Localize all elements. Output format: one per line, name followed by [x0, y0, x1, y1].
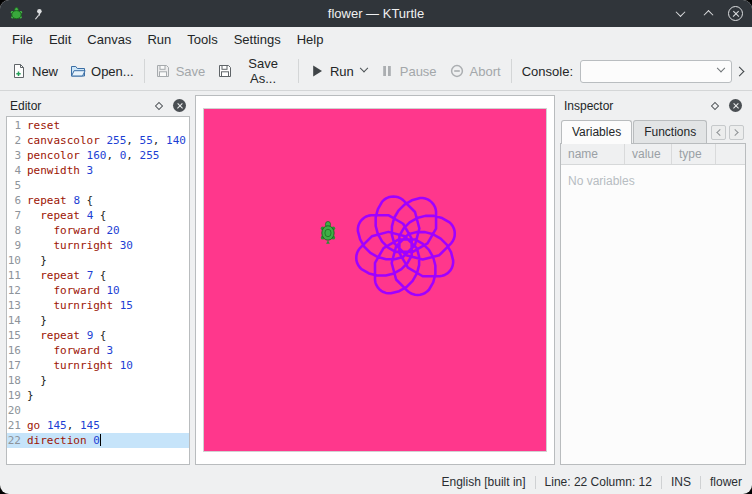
editor-line[interactable]: 6repeat 8 { — [7, 193, 189, 208]
open-button[interactable]: Open... — [64, 58, 140, 84]
tab-variables[interactable]: Variables — [561, 120, 632, 144]
status-separator — [661, 476, 662, 489]
new-button[interactable]: New — [5, 58, 64, 84]
inspector-panel-titlebar[interactable]: Inspector — [560, 95, 746, 116]
menu-tools[interactable]: Tools — [179, 29, 225, 50]
editor-line[interactable]: 8 forward 20 — [7, 223, 189, 238]
save-as-button[interactable]: Save As... — [211, 51, 294, 91]
run-icon — [309, 63, 325, 79]
inspector-panel: Inspector Variables Functions name val — [560, 95, 746, 465]
kturtle-window: flower — KTurtle File Edit Canvas Run To… — [0, 0, 752, 494]
console-input[interactable] — [580, 60, 732, 83]
status-document-name: flower — [710, 475, 742, 489]
status-separator — [535, 476, 536, 489]
editor-line[interactable]: 5 — [7, 178, 189, 193]
turtle-canvas-frame — [204, 109, 546, 451]
inspector-close-button[interactable] — [728, 98, 743, 113]
status-bar: English [built in] Line: 22 Column: 12 I… — [0, 470, 752, 494]
editor-line[interactable]: 19} — [7, 388, 189, 403]
status-separator — [700, 476, 701, 489]
column-header-filler — [716, 144, 745, 164]
editor-line[interactable]: 15 repeat 9 { — [7, 328, 189, 343]
canvas-panel — [195, 95, 555, 465]
editor-float-button[interactable] — [151, 98, 166, 113]
menu-help[interactable]: Help — [289, 29, 332, 50]
pin-icon[interactable] — [31, 7, 45, 21]
chevron-right-icon — [732, 129, 739, 136]
editor-line[interactable]: 7 repeat 4 { — [7, 208, 189, 223]
run-button-label: Run — [330, 64, 354, 79]
save-button[interactable]: Save — [149, 58, 212, 84]
document-new-icon — [11, 63, 27, 79]
console-dropdown-chevron-icon — [717, 64, 725, 72]
menu-edit[interactable]: Edit — [41, 29, 79, 50]
menu-canvas[interactable]: Canvas — [79, 29, 139, 50]
editor-line[interactable]: 2canvascolor 255, 55, 140 — [7, 133, 189, 148]
table-header-row: name value type — [561, 144, 745, 165]
minimize-button[interactable] — [672, 6, 688, 22]
pause-button[interactable]: Pause — [373, 58, 443, 84]
editor-line[interactable]: 22direction 0 — [7, 433, 189, 448]
editor-line[interactable]: 12 forward 10 — [7, 283, 189, 298]
editor-close-button[interactable] — [172, 98, 187, 113]
menu-bar: File Edit Canvas Run Tools Settings Help — [0, 27, 752, 52]
run-dropdown-chevron-icon[interactable] — [359, 64, 367, 72]
turtle-canvas — [204, 109, 546, 451]
toolbar-separator — [144, 59, 145, 83]
menu-file[interactable]: File — [4, 29, 41, 50]
folder-open-icon — [70, 63, 86, 79]
toolbar-separator — [511, 59, 512, 83]
canvas-area — [195, 95, 555, 465]
status-insert-mode[interactable]: INS — [671, 475, 691, 489]
abort-button[interactable]: Abort — [443, 58, 507, 84]
run-button[interactable]: Run — [303, 58, 373, 84]
editor-line[interactable]: 4penwidth 3 — [7, 163, 189, 178]
menu-run[interactable]: Run — [139, 29, 179, 50]
toolbar-overflow-button[interactable] — [732, 66, 747, 77]
status-language[interactable]: English [built in] — [442, 475, 526, 489]
save-as-button-label: Save As... — [238, 56, 288, 86]
open-button-label: Open... — [91, 64, 134, 79]
text-cursor — [100, 434, 101, 446]
chevron-left-icon — [716, 129, 723, 136]
column-header-type[interactable]: type — [672, 144, 716, 164]
column-header-name[interactable]: name — [561, 144, 625, 164]
pause-button-label: Pause — [400, 64, 437, 79]
tab-scroll-right-button[interactable] — [729, 125, 744, 140]
menu-settings[interactable]: Settings — [226, 29, 289, 50]
editor-line[interactable]: 20 — [7, 403, 189, 418]
inspector-float-button[interactable] — [707, 98, 722, 113]
close-icon — [729, 99, 742, 112]
editor-line[interactable]: 11 repeat 7 { — [7, 268, 189, 283]
editor-line[interactable]: 3pencolor 160, 0, 255 — [7, 148, 189, 163]
editor-line[interactable]: 16 forward 3 — [7, 343, 189, 358]
float-icon — [710, 101, 718, 109]
code-editor[interactable]: 1reset2canvascolor 255, 55, 1403pencolor… — [6, 116, 190, 465]
console-label: Console: — [522, 64, 573, 79]
maximize-button[interactable] — [700, 6, 716, 22]
editor-line[interactable]: 18 } — [7, 373, 189, 388]
editor-line[interactable]: 17 turnright 10 — [7, 358, 189, 373]
editor-lines: 1reset2canvascolor 255, 55, 1403pencolor… — [7, 118, 189, 448]
editor-line[interactable]: 13 turnright 15 — [7, 298, 189, 313]
inspector-panel-title: Inspector — [564, 99, 701, 113]
column-header-value[interactable]: value — [625, 144, 672, 164]
turtle-app-icon — [9, 6, 24, 21]
editor-line[interactable]: 9 turnright 30 — [7, 238, 189, 253]
tab-functions[interactable]: Functions — [633, 120, 707, 143]
abort-button-label: Abort — [470, 64, 501, 79]
editor-line[interactable]: 21go 145, 145 — [7, 418, 189, 433]
save-icon — [155, 63, 171, 79]
tab-scroll-left-button[interactable] — [711, 125, 726, 140]
editor-panel-title: Editor — [10, 99, 145, 113]
title-bar[interactable]: flower — KTurtle — [0, 0, 752, 27]
editor-line[interactable]: 14 } — [7, 313, 189, 328]
editor-panel-titlebar[interactable]: Editor — [6, 95, 190, 116]
pause-icon — [379, 63, 395, 79]
float-icon — [154, 101, 162, 109]
close-icon — [173, 99, 186, 112]
main-toolbar: New Open... Save Save As... Run — [0, 52, 752, 91]
editor-line[interactable]: 1reset — [7, 118, 189, 133]
close-button[interactable] — [728, 6, 743, 21]
editor-line[interactable]: 10 } — [7, 253, 189, 268]
